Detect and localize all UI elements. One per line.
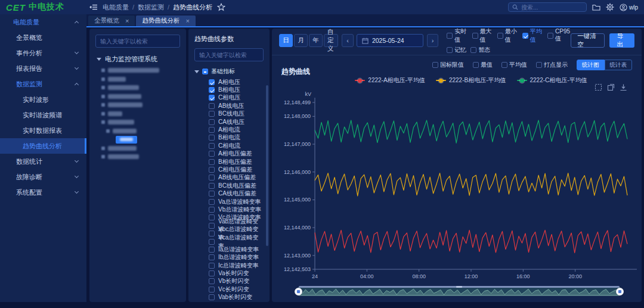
prev-date-button[interactable]: ‹ (342, 34, 354, 47)
tree-item-redacted[interactable] (95, 83, 180, 92)
checkbox[interactable] (209, 207, 215, 213)
checkbox[interactable] (209, 159, 215, 165)
stat-option-实时值[interactable]: 实时值 (447, 27, 467, 44)
parameter-item-A相电压[interactable]: A相电压 (194, 78, 264, 86)
close-tab-icon[interactable]: × (185, 17, 189, 24)
collapse-sidebar-icon[interactable] (89, 3, 98, 11)
parameter-item-Vc长时闪变[interactable]: Vc长时闪变 (194, 285, 264, 293)
legend-item[interactable]: 2222-C相电压-平均值 (517, 76, 587, 85)
checkbox[interactable] (209, 247, 215, 253)
tree-item-redacted[interactable] (95, 75, 180, 84)
parameter-item-AB线电压[interactable]: AB线电压 (194, 102, 264, 110)
sidebar-item-事件分析[interactable]: 事件分析 (0, 45, 86, 61)
checkbox[interactable] (209, 239, 215, 245)
legend-item[interactable]: 2222-A相电压-平均值 (355, 76, 425, 85)
global-search-input[interactable] (521, 4, 583, 11)
sidebar-item-全景概览[interactable]: 全景概览 (0, 30, 86, 45)
scrollbar-thumb[interactable] (266, 85, 268, 246)
checkbox[interactable] (209, 143, 215, 149)
view-toggle-统计图[interactable]: 统计图 (577, 60, 605, 70)
export-button[interactable]: 导出 (609, 33, 634, 48)
stat-option-平均值[interactable]: 平均值 (522, 27, 543, 44)
tab-趋势曲线分析[interactable]: 趋势曲线分析× (136, 15, 195, 26)
period-button-月[interactable]: 月 (294, 34, 308, 47)
tree-item-redacted[interactable] (95, 127, 180, 136)
sidebar-item-实时数据报表[interactable]: 实时数据报表 (0, 123, 86, 138)
chart-option-国标限值[interactable]: 国标限值 (432, 61, 464, 69)
checkbox[interactable] (447, 33, 453, 39)
checkbox[interactable] (547, 33, 553, 39)
checkbox-checked[interactable] (209, 79, 215, 85)
global-search[interactable] (508, 2, 587, 12)
period-button-日[interactable]: 日 (279, 34, 293, 47)
checkbox[interactable] (209, 183, 215, 189)
parameter-item-C相电流[interactable]: C相电流 (194, 142, 264, 150)
checkbox[interactable] (209, 287, 215, 293)
stat-option-暂态[interactable]: 暂态 (470, 46, 490, 54)
favorite-star-icon[interactable] (217, 3, 225, 11)
parameter-item-C相电压[interactable]: C相电压 (194, 94, 264, 102)
group-checkbox-indeterminate[interactable] (202, 69, 208, 74)
checkbox[interactable] (470, 47, 476, 53)
parameter-group-row[interactable]: 基础指标 (194, 67, 264, 76)
sidebar-item-实时谐波频谱[interactable]: 实时谐波频谱 (0, 107, 86, 123)
tree-item-redacted[interactable] (95, 110, 180, 119)
folder-icon[interactable] (592, 4, 600, 11)
period-button-年[interactable]: 年 (309, 34, 323, 47)
tree-item-redacted[interactable] (95, 101, 180, 110)
chart-option-最值[interactable]: 最值 (473, 61, 493, 69)
checkbox[interactable] (432, 62, 438, 68)
legend-item[interactable]: 2222-B相电压-平均值 (436, 76, 506, 85)
parameter-item-Va总谐波畸变率[interactable]: Va总谐波畸变率 (194, 198, 264, 206)
checkbox[interactable] (209, 278, 215, 284)
tree-item-redacted[interactable] (95, 153, 180, 161)
checkbox[interactable] (497, 33, 503, 39)
checkbox-checked[interactable] (209, 95, 215, 101)
user-menu[interactable]: wlp (620, 4, 638, 11)
stat-option-最小值[interactable]: 最小值 (497, 27, 518, 44)
parameter-item-A相电流[interactable]: A相电流 (194, 126, 264, 133)
sidebar-item-报表报告[interactable]: 报表报告 (0, 61, 86, 76)
parameter-item-BC线电压[interactable]: BC线电压 (194, 110, 264, 118)
sidebar-item-故障诊断[interactable]: 故障诊断 (0, 169, 86, 185)
tree-item-redacted[interactable] (95, 135, 180, 144)
checkbox[interactable] (209, 294, 215, 300)
parameter-item-AB线电压偏差[interactable]: AB线电压偏差 (194, 174, 264, 182)
tree-item-redacted[interactable] (95, 118, 180, 127)
period-button-自定义[interactable]: 自定义 (324, 34, 338, 47)
checkbox[interactable] (209, 167, 215, 173)
checkbox[interactable] (209, 223, 215, 229)
device-tree-root[interactable]: 电力监控管理系统 (97, 55, 180, 64)
parameter-item-Vb长时闪变[interactable]: Vb长时闪变 (194, 278, 264, 285)
checkbox-checked[interactable] (522, 33, 528, 39)
chart-option-平均值[interactable]: 平均值 (501, 61, 527, 69)
checkbox[interactable] (209, 127, 215, 133)
checkbox[interactable] (209, 175, 215, 181)
checkbox[interactable] (473, 62, 479, 68)
checkbox[interactable] (447, 47, 453, 53)
parameter-item-Vb总谐波畸变率[interactable]: Vb总谐波畸变率 (194, 206, 264, 213)
checkbox-checked[interactable] (209, 87, 215, 93)
checkbox[interactable] (209, 231, 215, 237)
parameter-item-Va长时闪变[interactable]: Va长时闪变 (194, 269, 264, 277)
parameter-item-CA线电压偏差[interactable]: CA线电压偏差 (194, 189, 264, 197)
checkbox[interactable] (209, 270, 215, 276)
sidebar-item-趋势曲线分析[interactable]: 趋势曲线分析 (0, 138, 86, 154)
datazoom-handle-right[interactable] (616, 288, 624, 295)
checkbox[interactable] (536, 62, 542, 68)
clear-all-button[interactable]: 一键清空 (571, 33, 605, 48)
parameter-item-C相电压偏差[interactable]: C相电压偏差 (194, 166, 264, 173)
parameter-item-A相电压偏差[interactable]: A相电压偏差 (194, 150, 264, 158)
parameter-item-CA线电压[interactable]: CA线电压 (194, 118, 264, 126)
tree-item-redacted[interactable] (95, 66, 180, 75)
checkbox[interactable] (209, 214, 215, 220)
sidebar-item-电能质量[interactable]: 电能质量 (0, 14, 86, 30)
parameter-search-input[interactable] (194, 48, 264, 61)
tree-item-redacted[interactable] (95, 144, 180, 153)
tab-全景概览[interactable]: 全景概览× (88, 15, 135, 26)
device-search-input[interactable] (95, 35, 180, 48)
view-toggle-统计表[interactable]: 统计表 (605, 60, 633, 70)
close-tab-icon[interactable]: × (125, 17, 129, 24)
datazoom-handle-left[interactable] (295, 288, 302, 295)
tree-item-selected[interactable] (116, 136, 137, 144)
